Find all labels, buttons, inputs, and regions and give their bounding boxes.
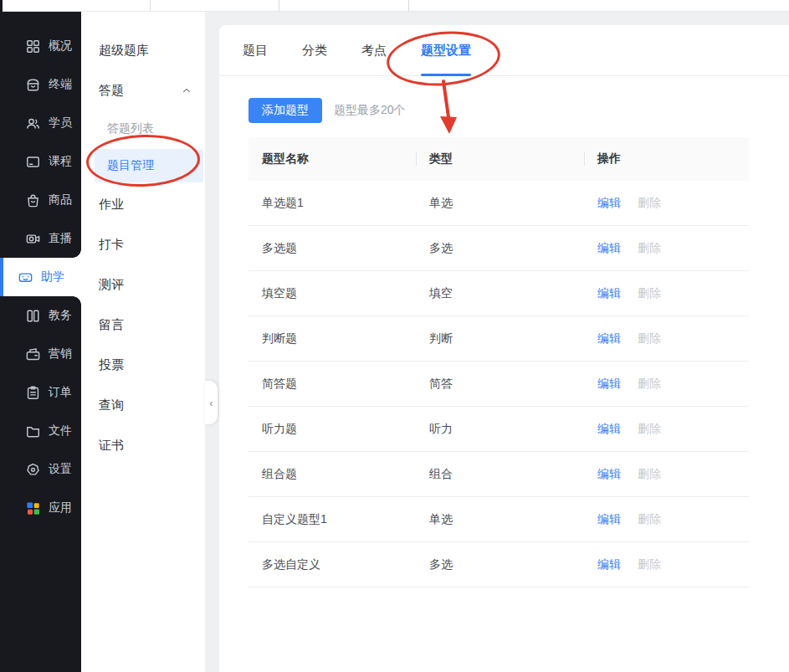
secondary-nav-item[interactable]: 测评	[81, 264, 205, 305]
delete-link[interactable]: 删除	[638, 286, 661, 301]
cell-type: 简答	[416, 377, 584, 392]
secondary-nav-item[interactable]: 打卡	[81, 224, 205, 264]
study-aid-icon	[18, 269, 33, 285]
question-type-table: 题型名称 类型 操作 单选题1 单选 编辑 删除 多选题 多选	[248, 137, 749, 587]
primary-nav-item[interactable]: 概况	[0, 27, 81, 65]
cell-actions: 编辑 删除	[584, 467, 749, 482]
tab[interactable]: 题型设置	[421, 25, 471, 76]
table-row: 填空题 填空 编辑 删除	[248, 271, 749, 316]
edit-link[interactable]: 编辑	[597, 512, 621, 527]
cell-type: 组合	[416, 467, 584, 482]
delete-link[interactable]: 删除	[638, 512, 661, 527]
tab-label: 题目	[243, 43, 268, 59]
secondary-nav-label: 答题	[99, 83, 124, 99]
primary-nav-label: 教务	[49, 308, 72, 323]
edit-link[interactable]: 编辑	[597, 331, 621, 346]
tab[interactable]: 考点	[361, 25, 387, 76]
delete-link[interactable]: 删除	[638, 241, 661, 256]
tab-divider	[279, 0, 279, 12]
secondary-nav-item[interactable]: 超级题库	[81, 30, 205, 70]
primary-nav-label: 设置	[49, 462, 72, 477]
chevron-up-icon[interactable]	[182, 85, 192, 95]
cell-actions: 编辑 删除	[584, 377, 749, 392]
cell-type-name: 听力题	[248, 422, 416, 437]
primary-nav-item[interactable]: 设置	[0, 450, 81, 489]
primary-nav-label: 订单	[49, 385, 72, 400]
cell-type: 填空	[416, 286, 584, 301]
primary-nav-item[interactable]: 应用	[0, 489, 81, 527]
overview-grid-icon	[25, 38, 41, 54]
secondary-nav-label: 题目管理	[107, 158, 154, 173]
add-question-type-button[interactable]: 添加题型	[248, 98, 322, 123]
primary-nav-label: 助学	[41, 269, 64, 285]
secondary-nav-item[interactable]: 答题	[81, 70, 205, 110]
primary-nav-item[interactable]: 文件	[0, 412, 81, 450]
table-row: 单选题1 单选 编辑 删除	[248, 181, 749, 226]
primary-nav-item[interactable]: 助学	[0, 258, 81, 296]
table-row: 自定义题型1 单选 编辑 删除	[248, 497, 749, 542]
primary-nav-item[interactable]: 营销	[0, 335, 81, 373]
primary-nav-label: 营销	[49, 346, 72, 362]
cell-actions: 编辑 删除	[584, 196, 749, 211]
tab[interactable]: 题目	[243, 25, 268, 76]
edit-link[interactable]: 编辑	[597, 377, 621, 392]
cell-actions: 编辑 删除	[584, 286, 749, 301]
primary-nav-item[interactable]: 课程	[0, 142, 81, 181]
delete-link[interactable]: 删除	[638, 422, 661, 437]
cell-type: 多选	[416, 241, 584, 256]
sidebar-collapse-handle[interactable]: ‹	[205, 381, 218, 424]
primary-nav-item[interactable]: 教务	[0, 296, 81, 335]
delete-link[interactable]: 删除	[638, 377, 661, 392]
delete-link[interactable]: 删除	[638, 196, 661, 211]
edit-link[interactable]: 编辑	[597, 196, 621, 211]
live-camera-icon	[25, 231, 41, 247]
apps-icon	[25, 500, 41, 516]
tab-label: 分类	[302, 43, 327, 59]
course-icon	[25, 154, 41, 170]
edit-link[interactable]: 编辑	[597, 422, 621, 437]
delete-link[interactable]: 删除	[638, 557, 661, 572]
primary-nav-label: 课程	[49, 154, 72, 169]
max-types-hint: 题型最多20个	[334, 103, 406, 118]
cell-actions: 编辑 删除	[584, 241, 749, 256]
cell-type-name: 组合题	[248, 467, 416, 482]
secondary-nav-label: 答题列表	[107, 121, 154, 136]
table-row: 组合题 组合 编辑 删除	[248, 452, 749, 497]
secondary-nav-item[interactable]: 留言	[81, 305, 205, 345]
files-folder-icon	[25, 423, 41, 439]
cell-type: 单选	[416, 512, 584, 527]
secondary-nav-item[interactable]: 查询	[81, 385, 205, 425]
header-actions: 操作	[584, 151, 749, 167]
secondary-nav-label: 打卡	[99, 237, 124, 253]
cell-actions: 编辑 删除	[584, 557, 749, 572]
secondary-nav-item[interactable]: 证书	[81, 425, 205, 465]
cell-type: 多选	[416, 557, 584, 572]
edit-link[interactable]: 编辑	[597, 467, 621, 482]
secondary-nav-item[interactable]: 投票	[81, 345, 205, 385]
tab[interactable]: 分类	[302, 25, 327, 76]
secondary-nav-item[interactable]: 作业	[81, 184, 205, 224]
cell-type-name: 判断题	[248, 331, 416, 346]
edit-link[interactable]: 编辑	[597, 286, 621, 301]
primary-nav-item[interactable]: 商品	[0, 181, 81, 219]
primary-nav-label: 概况	[49, 38, 72, 54]
primary-nav-item[interactable]: 学员	[0, 104, 81, 142]
secondary-nav-label: 查询	[99, 398, 124, 413]
edit-link[interactable]: 编辑	[597, 241, 621, 256]
primary-nav-item[interactable]: 终端	[0, 65, 81, 104]
content-background: 题目 分类 考点 题型设置 添加题型 题型最多20个 题型名称 类型	[205, 12, 789, 672]
cell-actions: 编辑 删除	[584, 331, 749, 346]
cell-type: 单选	[416, 196, 584, 211]
cell-type-name: 填空题	[248, 286, 416, 301]
primary-nav-item[interactable]: 直播	[0, 219, 81, 258]
browser-tab-strip	[0, 0, 789, 12]
app-window: 概况 终端 学员 课程 商品	[0, 0, 789, 672]
primary-nav-item[interactable]: 订单	[0, 373, 81, 412]
delete-link[interactable]: 删除	[638, 331, 661, 346]
table-row: 判断题 判断 编辑 删除	[248, 316, 749, 362]
secondary-nav-label: 证书	[99, 438, 124, 454]
edit-link[interactable]: 编辑	[597, 557, 621, 572]
secondary-nav-item[interactable]: 题目管理	[81, 147, 205, 184]
delete-link[interactable]: 删除	[638, 467, 661, 482]
secondary-nav-item[interactable]: 答题列表	[81, 110, 205, 147]
